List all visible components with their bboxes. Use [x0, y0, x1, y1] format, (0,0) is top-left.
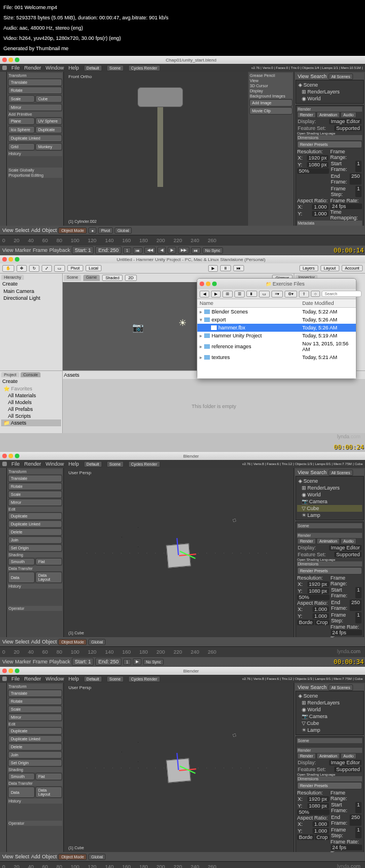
- res-y-input[interactable]: 1080 px: [307, 803, 329, 809]
- minimize-icon[interactable]: [206, 282, 210, 286]
- plane-button[interactable]: Plane: [8, 117, 35, 125]
- favorites-item[interactable]: All Prefabs: [1, 406, 61, 413]
- 2d-toggle[interactable]: 2D: [125, 275, 137, 281]
- info-icon[interactable]: [2, 66, 7, 70]
- mode-select[interactable]: Object Mode: [58, 854, 87, 860]
- render-presets-select[interactable]: Render Presets: [297, 782, 362, 789]
- fps-select[interactable]: 24 fps: [330, 203, 362, 209]
- arrange-button[interactable]: ≡▾: [271, 291, 283, 298]
- animation-tab[interactable]: Animation: [317, 112, 340, 118]
- view-icons-button[interactable]: ⊞: [222, 291, 233, 298]
- next-button[interactable]: ▶▶: [178, 247, 189, 254]
- outliner-world[interactable]: ◉ World: [297, 706, 362, 713]
- end-frame-input[interactable]: 250: [350, 814, 362, 826]
- lamp-object[interactable]: [233, 519, 236, 522]
- ff-button[interactable]: ⏭: [191, 247, 201, 254]
- camera-wireframe[interactable]: [121, 742, 150, 762]
- outliner-search[interactable]: Search: [310, 74, 327, 79]
- scene-tab[interactable]: Scene: [64, 275, 81, 281]
- translate-button[interactable]: Translate: [8, 475, 62, 482]
- animation-tab[interactable]: Animation: [317, 538, 340, 544]
- game-tab[interactable]: Game: [83, 275, 100, 281]
- view-menu[interactable]: View: [2, 227, 13, 233]
- 3d-viewport[interactable]: User Persp (1) Cube: [64, 468, 294, 637]
- layout-select[interactable]: Default: [84, 65, 102, 71]
- timeline-marker[interactable]: Marker: [15, 247, 31, 253]
- minimize-icon[interactable]: [9, 58, 13, 62]
- duplicate-linked-button[interactable]: Duplicate Linked: [8, 520, 62, 528]
- timeline-view[interactable]: View: [2, 247, 13, 253]
- hierarchy-tab[interactable]: Hierarchy: [1, 275, 24, 280]
- outliner-camera[interactable]: 📷 Camera: [297, 713, 362, 720]
- search-input[interactable]: [322, 291, 362, 297]
- object-menu[interactable]: Object: [42, 639, 56, 645]
- light-gizmo-icon[interactable]: ☀: [179, 317, 186, 328]
- translate-button[interactable]: Translate: [8, 690, 62, 697]
- mode-select[interactable]: Object Mode: [58, 639, 87, 645]
- view-cover-button[interactable]: ▭: [259, 291, 270, 298]
- outliner-world[interactable]: ◉ World: [297, 491, 362, 498]
- menu-window[interactable]: Window: [46, 676, 64, 682]
- rewind-button[interactable]: ⏮: [133, 247, 143, 254]
- engine-select[interactable]: Cycles Render: [128, 65, 160, 71]
- outliner-scene[interactable]: ◈ Scene: [297, 692, 362, 699]
- flat-button[interactable]: Flat: [35, 773, 62, 780]
- favorites-item[interactable]: All Scripts: [1, 413, 61, 419]
- duplicate-linked-button[interactable]: Duplicate Linked: [8, 735, 62, 743]
- add-menu[interactable]: Add: [31, 854, 40, 859]
- engine-select[interactable]: Cycles Render: [128, 676, 160, 682]
- outliner-lamp[interactable]: ☀ Lamp: [297, 727, 362, 733]
- animation-tab[interactable]: Animation: [317, 753, 340, 759]
- feature-set-select[interactable]: Supported: [334, 125, 362, 131]
- render-presets-select[interactable]: Render Presets: [297, 141, 362, 148]
- join-button[interactable]: Join: [8, 536, 62, 544]
- sync-select[interactable]: No Sync: [202, 247, 223, 254]
- outliner[interactable]: ◈ Scene ⊞ RenderLayers ◉ World 📷 Camera …: [295, 476, 364, 520]
- maximize-icon[interactable]: [212, 282, 217, 286]
- audio-tab[interactable]: Audio: [340, 112, 356, 118]
- share-button[interactable]: ⇧: [299, 291, 309, 298]
- duplicate-button[interactable]: Duplicate: [35, 126, 62, 133]
- finder-row[interactable]: ▸texturesToday, 5:21 AM: [197, 353, 356, 361]
- start-frame-input[interactable]: 1: [355, 802, 362, 813]
- render-tab[interactable]: Render: [297, 538, 316, 544]
- date-column[interactable]: Date Modified: [302, 300, 354, 306]
- mode-select[interactable]: Object Mode: [58, 227, 87, 234]
- maximize-icon[interactable]: [15, 669, 19, 673]
- assets-grid[interactable]: This folder is empty: [63, 379, 365, 433]
- play-button[interactable]: ▶: [133, 658, 141, 665]
- hammer-mesh[interactable]: [137, 87, 183, 190]
- timeline-frame[interactable]: Frame: [33, 659, 47, 665]
- object-menu[interactable]: Object: [42, 854, 56, 859]
- favorites-folder[interactable]: ⭐ Favorites: [1, 385, 61, 392]
- create-button[interactable]: Create: [1, 377, 61, 385]
- menu-help[interactable]: Help: [68, 461, 79, 467]
- render-presets-select[interactable]: Render Presets: [297, 567, 362, 574]
- close-icon[interactable]: [2, 58, 7, 62]
- icosphere-button[interactable]: Ico Sphere: [8, 126, 35, 133]
- scene-select[interactable]: Scene: [107, 676, 124, 682]
- move-tool-icon[interactable]: ✥: [17, 265, 27, 272]
- z-axis-gizmo[interactable]: [177, 753, 180, 770]
- outliner-view[interactable]: View: [298, 74, 309, 79]
- maximize-icon[interactable]: [15, 58, 19, 62]
- assets-breadcrumb[interactable]: Assets: [64, 372, 79, 378]
- account-select[interactable]: Account: [342, 265, 363, 271]
- view-list-button[interactable]: ☰: [234, 291, 245, 298]
- finder-row[interactable]: ▾exportToday, 5:26 AM: [197, 316, 356, 324]
- menu-render[interactable]: Render: [25, 65, 42, 71]
- join-button[interactable]: Join: [8, 751, 62, 759]
- data-layout-button[interactable]: Data Layout: [35, 572, 62, 583]
- menu-file[interactable]: File: [11, 676, 20, 682]
- cube-mesh[interactable]: [167, 543, 191, 568]
- frame-step-input[interactable]: 1: [355, 827, 362, 838]
- cube-mesh[interactable]: [167, 758, 191, 783]
- rotate-button[interactable]: Rotate: [8, 483, 62, 490]
- layout-select[interactable]: Default: [84, 676, 102, 682]
- orient-select[interactable]: Global: [88, 639, 106, 645]
- maximize-icon[interactable]: [15, 257, 19, 262]
- hand-tool-icon[interactable]: ✋: [2, 265, 14, 272]
- info-icon[interactable]: [2, 462, 7, 466]
- tool-tabs-column[interactable]: [0, 683, 7, 852]
- aspect-x-input[interactable]: 1.000: [313, 606, 329, 612]
